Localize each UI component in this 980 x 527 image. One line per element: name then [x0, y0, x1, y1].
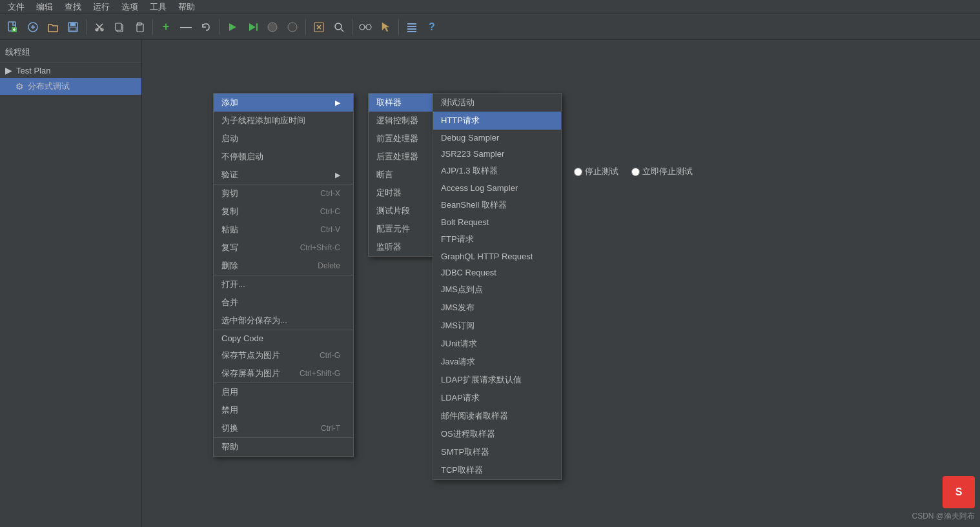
menu-sampler-jms-publish[interactable]: JMS发布: [433, 299, 561, 317]
paste-button[interactable]: [130, 18, 148, 36]
menu-help[interactable]: 帮助: [173, 0, 200, 14]
menu-item-copy[interactable]: 复制 Ctrl-C: [214, 203, 353, 221]
menu-item-save-node-image[interactable]: 保存节点为图片 Ctrl-G: [214, 346, 353, 364]
menu-timer-label: 定时器: [376, 187, 402, 199]
new-button[interactable]: [4, 18, 22, 36]
menu-sampler-java[interactable]: Java请求: [433, 353, 561, 371]
menu-sampler-tcp[interactable]: TCP取样器: [433, 461, 561, 479]
menu-item-disable[interactable]: 禁用: [214, 401, 353, 419]
svg-marker-12: [229, 23, 236, 31]
menu-item-cut[interactable]: 剪切 Ctrl-X: [214, 184, 353, 203]
menu-help-label: 帮助: [221, 441, 238, 453]
tree-root[interactable]: ▶ Test Plan: [0, 63, 141, 78]
menu-rewrite-label: 复写: [221, 242, 238, 254]
menu-tools[interactable]: 工具: [145, 0, 172, 14]
menu-item-enable[interactable]: 启用: [214, 383, 353, 401]
menu-find[interactable]: 查找: [59, 0, 87, 14]
tree-child[interactable]: ⚙ 分布式调试: [0, 78, 141, 95]
menu-sampler-graphql[interactable]: GraphQL HTTP Request: [433, 248, 561, 264]
menu-save-node-image-shortcut: Ctrl-G: [320, 351, 340, 360]
toolbar: + — ?: [0, 14, 980, 40]
menu-sampler-smtp[interactable]: SMTP取样器: [433, 443, 561, 461]
radio-stop-test-input[interactable]: [574, 168, 582, 176]
menu-options[interactable]: 选项: [116, 0, 143, 14]
menu-ldap-label: LDAP请求: [441, 392, 480, 404]
menu-sampler-junit[interactable]: JUnit请求: [433, 335, 561, 353]
add-toolbar-button[interactable]: +: [157, 18, 175, 36]
menu-sampler-ldap-ext[interactable]: LDAP扩展请求默认值: [433, 371, 561, 389]
menu-jdbc-label: JDBC Request: [441, 268, 496, 277]
help-toolbar-button[interactable]: ?: [423, 18, 441, 36]
menu-copy-code-label: Copy Code: [221, 333, 263, 343]
menu-sampler-label: 取样器: [376, 97, 402, 108]
menu-sampler-ldap[interactable]: LDAP请求: [433, 389, 561, 407]
menu-item-validate[interactable]: 验证 ▶: [214, 166, 353, 184]
menu-copy-label: 复制: [221, 206, 238, 217]
menu-sampler-beanshell[interactable]: BeanShell 取样器: [433, 196, 561, 214]
menu-item-help[interactable]: 帮助: [214, 437, 353, 456]
radio-stop-now[interactable]: 立即停止测试: [631, 166, 693, 177]
menu-item-rewrite[interactable]: 复写 Ctrl+Shift-C: [214, 239, 353, 257]
open-button[interactable]: [44, 18, 62, 36]
menu-item-start-no-pause[interactable]: 不停顿启动: [214, 148, 353, 166]
menu-sampler-jsr223[interactable]: JSR223 Sampler: [433, 146, 561, 162]
menu-save-selected-label: 选中部分保存为...: [221, 315, 287, 326]
menu-sampler-test-activity[interactable]: 测试活动: [433, 94, 561, 112]
save-button[interactable]: [64, 18, 82, 36]
cut-button[interactable]: [90, 18, 108, 36]
content-area: 停止线程 停止测试 立即停止测试 添加 ▶ 为子线程添加响应时间: [142, 40, 980, 527]
stop-button[interactable]: [263, 18, 281, 36]
undo-button[interactable]: [197, 18, 215, 36]
menu-sampler-ajp[interactable]: AJP/1.3 取样器: [433, 162, 561, 180]
menu-item-merge[interactable]: 合并: [214, 293, 353, 312]
menu-run[interactable]: 运行: [88, 0, 115, 14]
tree-title: 线程组: [5, 46, 30, 58]
menu-sampler-os-process[interactable]: OS进程取样器: [433, 425, 561, 443]
remove-toolbar-button[interactable]: —: [177, 18, 195, 36]
menu-jms-subscribe-label: JMS订阅: [441, 320, 475, 332]
menu-ftp-label: FTP请求: [441, 234, 474, 245]
menu-sampler-mail-reader[interactable]: 邮件阅读者取样器: [433, 407, 561, 425]
menu-test-fragment-label: 测试片段: [376, 205, 410, 217]
menu-enable-label: 启用: [221, 386, 238, 398]
menu-item-add[interactable]: 添加 ▶: [214, 94, 353, 112]
menu-save-screen-image-shortcut: Ctrl+Shift-G: [300, 369, 340, 378]
menu-file[interactable]: 文件: [3, 0, 30, 14]
menu-item-paste[interactable]: 粘贴 Ctrl-V: [214, 221, 353, 239]
search-button[interactable]: [330, 18, 348, 36]
menu-access-log-label: Access Log Sampler: [441, 183, 518, 193]
menu-assertion-label: 断言: [376, 169, 393, 181]
radio-stop-now-input[interactable]: [631, 168, 640, 176]
menu-sampler-access-log[interactable]: Access Log Sampler: [433, 180, 561, 196]
svg-rect-4: [70, 23, 76, 26]
menu-save-screen-image-label: 保存屏幕为图片: [221, 368, 280, 379]
menu-sampler-ftp[interactable]: FTP请求: [433, 230, 561, 248]
menu-sampler-bolt[interactable]: Bolt Request: [433, 214, 561, 230]
menu-sampler-debug[interactable]: Debug Sampler: [433, 130, 561, 146]
radio-stop-test[interactable]: 停止测试: [574, 166, 618, 177]
menu-sampler-jms-point[interactable]: JMS点到点: [433, 281, 561, 299]
clear-button[interactable]: [310, 18, 328, 36]
menu-item-add-response-time[interactable]: 为子线程添加响应时间: [214, 112, 353, 130]
test-plan-label: Test Plan: [16, 66, 50, 75]
menu-item-start[interactable]: 启动: [214, 130, 353, 148]
start-button[interactable]: [223, 18, 241, 36]
menu-item-toggle[interactable]: 切换 Ctrl-T: [214, 419, 353, 437]
arrow-button[interactable]: [376, 18, 394, 36]
template-button[interactable]: [24, 18, 42, 36]
menu-sampler-jdbc[interactable]: JDBC Request: [433, 264, 561, 281]
copy-button[interactable]: [110, 18, 128, 36]
menu-item-copy-code[interactable]: Copy Code: [214, 330, 353, 346]
start-no-pause-button[interactable]: [243, 18, 261, 36]
menu-sampler-jms-subscribe[interactable]: JMS订阅: [433, 317, 561, 335]
list-button[interactable]: [403, 18, 421, 36]
menu-item-save-selected[interactable]: 选中部分保存为...: [214, 312, 353, 330]
stop2-button[interactable]: [283, 18, 301, 36]
menu-sampler-http[interactable]: HTTP请求: [433, 112, 561, 130]
menu-item-save-screen-image[interactable]: 保存屏幕为图片 Ctrl+Shift-G: [214, 364, 353, 383]
remote-button[interactable]: [356, 18, 374, 36]
menu-item-delete[interactable]: 删除 Delete: [214, 257, 353, 275]
menu-edit[interactable]: 编辑: [31, 0, 58, 14]
menu-item-open[interactable]: 打开...: [214, 275, 353, 293]
thread-group-icon: ⚙: [15, 81, 24, 92]
